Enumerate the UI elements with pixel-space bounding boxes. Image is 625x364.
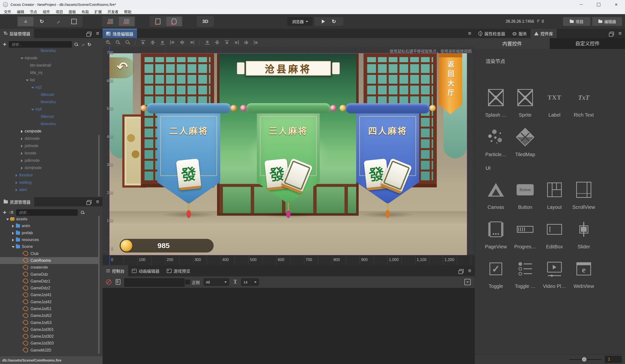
collapse-console-icon[interactable]: [464, 279, 471, 285]
expand-arrow-icon[interactable]: [26, 64, 28, 67]
menu-item[interactable]: 扩展: [93, 9, 105, 14]
menu-item[interactable]: 布局: [80, 9, 93, 14]
hierarchy-node-row[interactable]: mj4: [0, 106, 99, 113]
regex-checkbox[interactable]: [185, 280, 190, 284]
hierarchy-node-row[interactable]: alert: [0, 186, 99, 194]
minimize-button[interactable]: [572, 0, 590, 9]
expand-arrow-icon[interactable]: [19, 335, 21, 338]
widget-item[interactable]: Particle…: [481, 125, 510, 165]
expand-arrow-icon[interactable]: [19, 280, 21, 282]
expand-arrow-icon[interactable]: [19, 252, 21, 255]
hierarchy-scrollbar[interactable]: [98, 135, 100, 197]
hierarchy-node-row[interactable]: mj2: [0, 84, 99, 91]
menu-item[interactable]: 节点: [28, 9, 41, 14]
hierarchy-node-row[interactable]: lbrenshu: [0, 47, 99, 55]
hierarchy-node-row[interactable]: lbnotice: [0, 171, 99, 179]
widget-item[interactable]: Canvas: [481, 178, 510, 218]
expand-arrow-icon[interactable]: [15, 181, 18, 184]
console-output[interactable]: [102, 288, 475, 364]
asset-row[interactable]: anim: [0, 223, 99, 229]
widget-item[interactable]: Sprite: [510, 86, 540, 125]
widget-item[interactable]: Toggle: [481, 257, 510, 297]
asset-row[interactable]: GameJzd53: [0, 319, 99, 326]
widget-item[interactable]: TiledMap: [510, 125, 540, 165]
hierarchy-node-row[interactable]: cxmjnode: [0, 128, 99, 135]
widget-item[interactable]: Layout: [540, 178, 569, 218]
expand-arrow-icon[interactable]: [19, 273, 21, 276]
menu-item[interactable]: 面板: [67, 9, 80, 14]
refresh-icon[interactable]: ↻: [87, 42, 91, 47]
subtab-custom-widgets[interactable]: 自定义控件: [550, 38, 625, 49]
menu-item[interactable]: 组件: [41, 9, 54, 14]
rotate-tool-button[interactable]: ↻: [34, 17, 50, 26]
asset-row[interactable]: GameJzd51: [0, 306, 99, 312]
expand-arrow-icon[interactable]: [19, 314, 21, 317]
asset-row[interactable]: Club: [0, 250, 99, 257]
panel-menu-icon[interactable]: ≡: [618, 31, 622, 36]
sort-assets-icon[interactable]: [9, 211, 13, 214]
rect-tool-button[interactable]: [66, 17, 82, 26]
asset-row[interactable]: GameJzd52: [0, 312, 99, 319]
float-panel-icon[interactable]: [610, 32, 614, 35]
widget-item[interactable]: Progres…: [510, 218, 540, 257]
expand-arrow-icon[interactable]: [21, 167, 23, 169]
align-vcenter-icon[interactable]: [151, 40, 155, 45]
asset-row[interactable]: GameJzd303: [0, 340, 99, 347]
distribute-top-icon[interactable]: [205, 40, 210, 45]
expand-arrow-icon[interactable]: [31, 108, 34, 111]
asset-row[interactable]: GameDdz2: [0, 285, 99, 292]
font-size-dropdown[interactable]: 14: [241, 278, 259, 286]
expand-arrow-icon[interactable]: [21, 130, 23, 133]
asset-row[interactable]: assets: [0, 216, 99, 223]
create-node-button[interactable]: +: [3, 41, 6, 48]
widget-item[interactable]: Splash …: [481, 86, 510, 125]
distribute-left-icon[interactable]: [234, 40, 239, 45]
expand-arrow-icon[interactable]: [21, 145, 23, 147]
hierarchy-node-row[interactable]: ddznode: [0, 135, 99, 142]
room-banner[interactable]: 四人麻将 發: [344, 54, 432, 229]
widget-item[interactable]: PageView: [481, 218, 510, 257]
asset-row[interactable]: GameJzd41: [0, 292, 99, 298]
expand-arrow-icon[interactable]: [26, 71, 28, 74]
asset-row[interactable]: GameJzd301: [0, 326, 99, 333]
expand-arrow-icon[interactable]: [37, 123, 39, 125]
expand-arrow-icon[interactable]: [26, 79, 28, 81]
close-button[interactable]: ✕: [607, 0, 625, 9]
asset-row[interactable]: CoinRooms: [0, 257, 99, 264]
hierarchy-node-row[interactable]: dzmjnode: [0, 164, 99, 171]
asset-row[interactable]: Scene: [0, 243, 99, 250]
expand-arrow-icon[interactable]: [15, 174, 18, 176]
console-filter-input[interactable]: [124, 278, 185, 287]
expand-arrow-icon[interactable]: [37, 50, 39, 52]
float-panel-icon[interactable]: [87, 200, 92, 204]
subtab-builtin-widgets[interactable]: 内置控件: [475, 38, 550, 49]
expand-arrow-icon[interactable]: [31, 86, 34, 88]
search-icon[interactable]: [81, 211, 85, 214]
menu-item[interactable]: 项目: [54, 9, 67, 14]
open-project-folder-button[interactable]: 项目: [563, 17, 590, 26]
expand-all-icon[interactable]: ↔: [79, 41, 86, 48]
expand-arrow-icon[interactable]: [19, 287, 21, 289]
float-panel-icon[interactable]: [87, 32, 92, 35]
console-area-tab[interactable]: 控制台: [102, 265, 128, 277]
expand-arrow-icon[interactable]: [21, 57, 23, 59]
tab-scene-editor[interactable]: 场景编辑器: [102, 29, 137, 38]
expand-arrow-icon[interactable]: [37, 101, 39, 103]
expand-arrow-icon[interactable]: [12, 225, 14, 227]
expand-arrow-icon[interactable]: [12, 239, 14, 241]
expand-arrow-icon[interactable]: [19, 301, 21, 303]
panel-menu-icon[interactable]: ≡: [468, 31, 471, 36]
expand-arrow-icon[interactable]: [37, 115, 39, 118]
asset-row[interactable]: GameJzd302: [0, 333, 99, 340]
3d-mode-button[interactable]: 3D: [198, 17, 213, 26]
hierarchy-node-row[interactable]: btn-backhall: [0, 62, 99, 69]
pivot-mode-button[interactable]: [103, 17, 118, 26]
expand-arrow-icon[interactable]: [19, 349, 21, 352]
hierarchy-node-row[interactable]: mjnode: [0, 55, 99, 62]
maximize-button[interactable]: [590, 0, 607, 9]
hierarchy-node-row[interactable]: title_mj: [0, 69, 99, 76]
zoom-reset-icon[interactable]: [125, 40, 130, 45]
expand-arrow-icon[interactable]: [15, 189, 18, 191]
expand-arrow-icon[interactable]: [6, 218, 8, 220]
expand-arrow-icon[interactable]: [19, 328, 21, 331]
